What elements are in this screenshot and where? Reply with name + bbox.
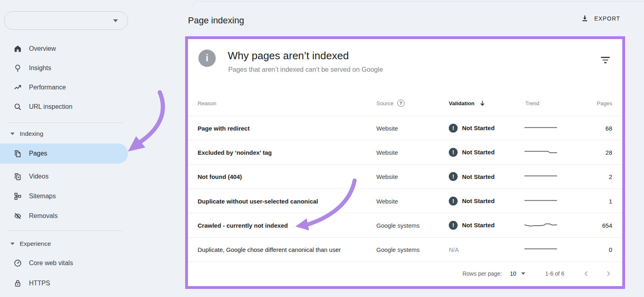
table-row[interactable]: Page with redirectWebsite!Not Started68 [188, 116, 622, 140]
reason-cell: Duplicate, Google chose different canoni… [198, 246, 371, 253]
validation-status: Not Started [462, 125, 495, 131]
sitemap-icon [13, 191, 23, 201]
source-cell: Website [376, 149, 398, 156]
sidebar-divider [8, 231, 123, 231]
column-header-reason[interactable]: Reason [198, 100, 217, 106]
column-header-pages[interactable]: Pages [597, 100, 612, 106]
sidebar-item-label: Videos [29, 173, 49, 180]
trend-sparkline [524, 125, 557, 132]
reason-cell: Crawled - currently not indexed [198, 222, 371, 228]
section-label: Experience [20, 240, 51, 247]
pages-count: 1 [609, 197, 612, 204]
videos-icon [13, 172, 23, 181]
source-cell: Website [376, 197, 398, 204]
source-cell: Google systems [376, 246, 420, 253]
download-icon [581, 15, 589, 23]
reason-cell: Page with redirect [198, 125, 371, 131]
pages-count: 28 [605, 149, 612, 156]
sidebar-item-label: Sitemaps [29, 193, 56, 200]
pages-count: 0 [609, 246, 612, 253]
collapse-triangle-icon [10, 243, 14, 245]
sidebar-item-insights[interactable]: Insights [0, 58, 128, 78]
sidebar-item-overview[interactable]: Overview [0, 39, 128, 58]
export-button[interactable]: EXPORT [581, 15, 620, 23]
rows-per-page-label: Rows per page: [462, 270, 502, 277]
table-row[interactable]: Duplicate without user-selected canonica… [188, 189, 622, 213]
pages-count: 68 [605, 125, 612, 131]
validation-status: Not Started [462, 149, 495, 156]
error-badge-icon: ! [449, 124, 458, 133]
section-label: Indexing [20, 130, 43, 137]
trend-sparkline [524, 173, 557, 180]
pages-count: 654 [602, 222, 612, 228]
column-header-trend[interactable]: Trend [525, 100, 539, 106]
sidebar-section-indexing[interactable]: Indexing [0, 128, 128, 139]
sidebar-divider [8, 123, 123, 123]
sidebar-item-performance[interactable]: Performance [0, 78, 128, 97]
validation-status: Not Started [462, 222, 495, 228]
table-header: Reason Source ? Validation Trend Pages [188, 91, 622, 116]
chevron-down-icon [521, 272, 525, 275]
sidebar-item-sitemaps[interactable]: Sitemaps [0, 187, 128, 206]
source-cell: Website [376, 173, 398, 180]
sidebar-item-label: Performance [29, 84, 66, 91]
card-title: Why pages aren’t indexed [228, 50, 349, 62]
column-header-label: Validation [449, 100, 475, 106]
previous-page-button[interactable] [583, 270, 590, 277]
table-row[interactable]: Crawled - currently not indexedGoogle sy… [188, 213, 622, 237]
trend-sparkline [524, 149, 557, 156]
validation-na: N/A [449, 246, 459, 253]
validation-cell: !Not Started [449, 124, 495, 133]
export-label: EXPORT [594, 15, 620, 22]
rows-per-page-select[interactable]: 10 [510, 270, 525, 277]
filter-icon[interactable] [601, 57, 610, 65]
pages-icon [13, 149, 23, 158]
sidebar-item-https[interactable]: HTTPS [0, 274, 128, 293]
sidebar-item-label: Overview [29, 45, 56, 52]
property-selector[interactable] [4, 11, 128, 30]
validation-status: Not Started [462, 173, 495, 180]
source-cell: Google systems [376, 222, 420, 228]
validation-cell: !Not Started [449, 221, 495, 230]
validation-cell: !Not Started [449, 148, 495, 157]
sort-arrow-down-icon [479, 100, 485, 106]
column-header-source[interactable]: Source ? [376, 100, 405, 107]
lock-icon [13, 278, 23, 288]
sidebar-item-core-web-vitals[interactable]: Core web vitals [0, 253, 128, 273]
sidebar-item-label: URL inspection [29, 103, 72, 110]
reason-cell: Duplicate without user-selected canonica… [198, 197, 371, 204]
table-body: Page with redirectWebsite!Not Started68E… [188, 116, 622, 262]
sidebar-item-url-inspection[interactable]: URL inspection [0, 97, 128, 116]
sidebar-item-removals[interactable]: Removals [0, 206, 128, 226]
sidebar-item-label: Pages [29, 150, 47, 157]
card-header: i Why pages aren’t indexed Pages that ar… [188, 39, 622, 91]
speedometer-icon [13, 258, 23, 268]
sidebar-item-label: Core web vitals [29, 260, 73, 267]
error-badge-icon: ! [449, 172, 458, 181]
table-row[interactable]: Excluded by ‘noindex’ tagWebsite!Not Sta… [188, 140, 622, 164]
reason-cell: Not found (404) [198, 173, 371, 180]
help-icon[interactable]: ? [397, 100, 405, 107]
sidebar-item-label: Removals [29, 212, 58, 220]
reason-cell: Excluded by ‘noindex’ tag [198, 149, 371, 156]
pagination-range: 1-6 of 6 [545, 270, 564, 277]
sidebar-section-experience[interactable]: Experience [0, 238, 128, 249]
searchbar-edge-remnant [192, 1, 644, 6]
card-subtitle: Pages that aren’t indexed can’t be serve… [228, 66, 383, 73]
table-row[interactable]: Duplicate, Google chose different canoni… [188, 238, 622, 262]
lightbulb-icon [13, 63, 23, 73]
column-header-validation[interactable]: Validation [449, 100, 485, 106]
trend-sparkline [524, 197, 557, 205]
table-row[interactable]: Not found (404)Website!Not Started2 [188, 165, 622, 189]
trend-sparkline [524, 222, 557, 229]
sidebar-item-videos[interactable]: Videos [0, 167, 128, 186]
sidebar-item-pages[interactable]: Pages [0, 143, 128, 164]
trend-sparkline [524, 246, 557, 253]
validation-cell: !Not Started [449, 197, 495, 206]
source-cell: Website [376, 125, 398, 131]
eye-off-icon [13, 211, 23, 221]
why-pages-arent-indexed-card: i Why pages aren’t indexed Pages that ar… [185, 36, 625, 289]
sidebar: Overview Insights Performance URL inspec… [0, 0, 177, 297]
validation-status: Not Started [462, 197, 495, 204]
next-page-button[interactable] [605, 270, 612, 277]
